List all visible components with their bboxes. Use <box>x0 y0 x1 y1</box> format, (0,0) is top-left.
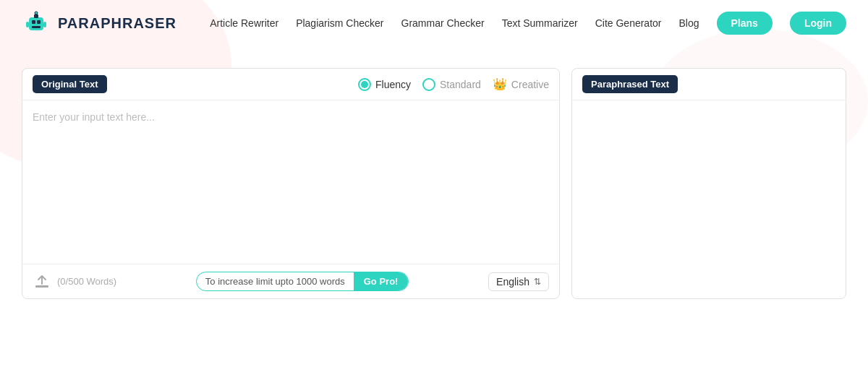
word-count: (0/500 Words) <box>57 276 116 287</box>
mode-options: Fluency Standard 👑 Creative <box>358 77 549 91</box>
plans-button[interactable]: Plans <box>717 12 773 35</box>
creative-label: Creative <box>511 79 549 90</box>
upgrade-text: To increase limit upto 1000 words <box>197 272 354 290</box>
svg-rect-9 <box>35 285 48 288</box>
nav-text-summarizer[interactable]: Text Summarizer <box>502 17 578 29</box>
paraphrased-output <box>572 100 846 298</box>
nav-blog[interactable]: Blog <box>679 17 699 29</box>
standard-label: Standard <box>440 79 481 90</box>
svg-rect-0 <box>29 17 43 30</box>
text-input-area[interactable]: Enter your input text here... <box>22 100 559 264</box>
svg-rect-1 <box>32 20 35 24</box>
mode-standard[interactable]: Standard <box>422 78 481 91</box>
language-select[interactable]: English ⇅ <box>488 272 549 291</box>
left-panel-footer: (0/500 Words) To increase limit upto 100… <box>22 264 559 298</box>
right-panel-header: Paraphrased Text <box>572 69 846 100</box>
logo-icon <box>22 9 51 38</box>
main-nav: Article Rewriter Plagiarism Checker Gram… <box>210 12 846 35</box>
input-placeholder: Enter your input text here... <box>33 111 155 123</box>
paraphrased-text-panel: Paraphrased Text <box>571 68 846 299</box>
svg-rect-5 <box>26 22 29 27</box>
original-text-panel: Original Text Fluency Standard 👑 Creativ… <box>22 68 560 299</box>
pro-upgrade-area: To increase limit upto 1000 words Go Pro… <box>196 272 409 291</box>
logo-text: PARAPHRASER <box>58 15 176 32</box>
upload-button[interactable] <box>33 272 51 291</box>
paraphrased-text-badge: Paraphrased Text <box>582 75 678 93</box>
svg-point-8 <box>35 12 38 14</box>
standard-radio[interactable] <box>422 78 435 91</box>
chevron-updown-icon: ⇅ <box>534 277 541 286</box>
upload-icon <box>34 274 50 290</box>
main-content: Original Text Fluency Standard 👑 Creativ… <box>0 53 868 314</box>
svg-rect-2 <box>37 20 41 24</box>
nav-plagiarism-checker[interactable]: Plagiarism Checker <box>296 17 383 29</box>
login-button[interactable]: Login <box>790 12 846 35</box>
crown-icon: 👑 <box>493 77 507 91</box>
language-label: English <box>496 276 529 288</box>
original-text-badge: Original Text <box>33 75 107 93</box>
fluency-radio[interactable] <box>358 78 371 91</box>
header: PARAPHRASER Article Rewriter Plagiarism … <box>0 0 868 46</box>
nav-grammar-checker[interactable]: Grammar Checker <box>401 17 485 29</box>
nav-cite-generator[interactable]: Cite Generator <box>595 17 662 29</box>
word-count-area: (0/500 Words) <box>33 272 116 291</box>
fluency-label: Fluency <box>375 79 411 90</box>
svg-rect-7 <box>32 26 41 28</box>
nav-article-rewriter[interactable]: Article Rewriter <box>210 17 278 29</box>
svg-rect-6 <box>43 22 46 27</box>
mode-creative[interactable]: 👑 Creative <box>493 77 549 91</box>
mode-fluency[interactable]: Fluency <box>358 78 411 91</box>
left-panel-header: Original Text Fluency Standard 👑 Creativ… <box>22 69 559 100</box>
go-pro-button[interactable]: Go Pro! <box>354 272 409 290</box>
logo-area: PARAPHRASER <box>22 9 176 38</box>
